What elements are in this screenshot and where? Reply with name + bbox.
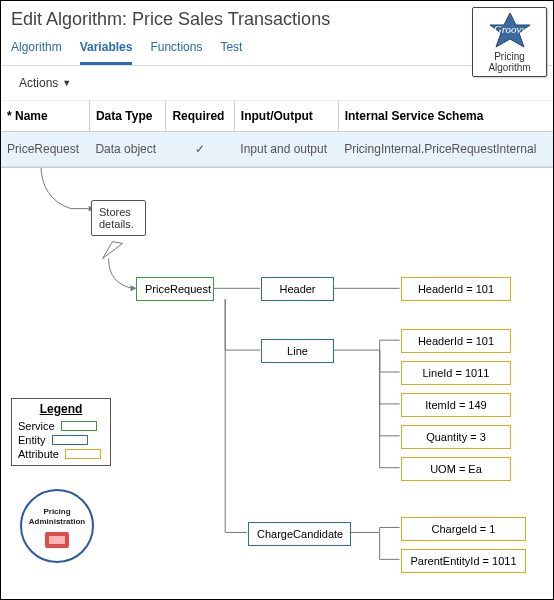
svg-text:Administration: Administration (29, 517, 86, 526)
tab-test[interactable]: Test (220, 34, 242, 65)
legend: Legend Service Entity Attribute (11, 398, 111, 466)
col-schema[interactable]: Internal Service Schema (338, 101, 553, 132)
col-name[interactable]: * Name (1, 101, 89, 132)
svg-point-8 (21, 490, 93, 562)
attr-line-headerid: HeaderId = 101 (401, 329, 511, 353)
cell-schema: PricingInternal.PriceRequestInternal (338, 132, 553, 167)
node-chargecandidate: ChargeCandidate (248, 522, 351, 546)
node-header: Header (261, 277, 334, 301)
col-io[interactable]: Input/Output (234, 101, 338, 132)
legend-row-attribute: Attribute (12, 447, 110, 461)
cell-data-type: Data object (89, 132, 165, 167)
attr-charge-parententityid: ParentEntityId = 1011 (401, 549, 526, 573)
badge-text: Pricing Algorithm (488, 51, 530, 73)
attr-line-quantity: Quantity = 3 (401, 425, 511, 449)
col-data-type[interactable]: Data Type (89, 101, 165, 132)
attr-header-headerid: HeaderId = 101 (401, 277, 511, 301)
cell-name: PriceRequest (1, 132, 89, 167)
variables-table: * Name Data Type Required Input/Output I… (1, 101, 553, 167)
node-pricerequest: PriceRequest (136, 277, 214, 301)
legend-title: Legend (12, 399, 110, 419)
cell-required: ✓ (166, 132, 234, 167)
diagram-area: Stores details. PriceRequest Header Line… (1, 168, 553, 598)
attr-line-lineid: LineId = 1011 (401, 361, 511, 385)
callout-stores-details: Stores details. (91, 200, 146, 236)
tab-variables[interactable]: Variables (80, 34, 133, 65)
attr-line-itemid: ItemId = 149 (401, 393, 511, 417)
attr-line-uom: UOM = Ea (401, 457, 511, 481)
pricing-admin-badge: Pricing Administration (19, 488, 95, 564)
legend-row-service: Service (12, 419, 110, 433)
tab-functions[interactable]: Functions (150, 34, 202, 65)
svg-text:Pricing: Pricing (43, 507, 70, 516)
actions-menu[interactable]: Actions ▼ (1, 66, 553, 101)
col-required[interactable]: Required (166, 101, 234, 132)
tab-bar: Algorithm Variables Functions Test (1, 34, 553, 66)
caret-down-icon: ▼ (62, 78, 71, 88)
legend-row-entity: Entity (12, 433, 110, 447)
page-title: Edit Algorithm: Price Sales Transactions (1, 1, 553, 34)
actions-label: Actions (19, 76, 58, 90)
attr-charge-chargeid: ChargeId = 1 (401, 517, 526, 541)
edit-panel: Edit Algorithm: Price Sales Transactions… (1, 1, 553, 168)
svg-text:Groovy: Groovy (493, 23, 526, 35)
table-row[interactable]: PriceRequest Data object ✓ Input and out… (1, 132, 553, 167)
pricing-admin-icon: Pricing Administration (19, 488, 95, 564)
cell-io: Input and output (234, 132, 338, 167)
node-line: Line (261, 339, 334, 363)
star-icon: Groovy (480, 11, 540, 49)
svg-rect-12 (49, 536, 65, 544)
groovy-badge: Groovy Pricing Algorithm (472, 7, 547, 77)
tab-algorithm[interactable]: Algorithm (11, 34, 62, 65)
